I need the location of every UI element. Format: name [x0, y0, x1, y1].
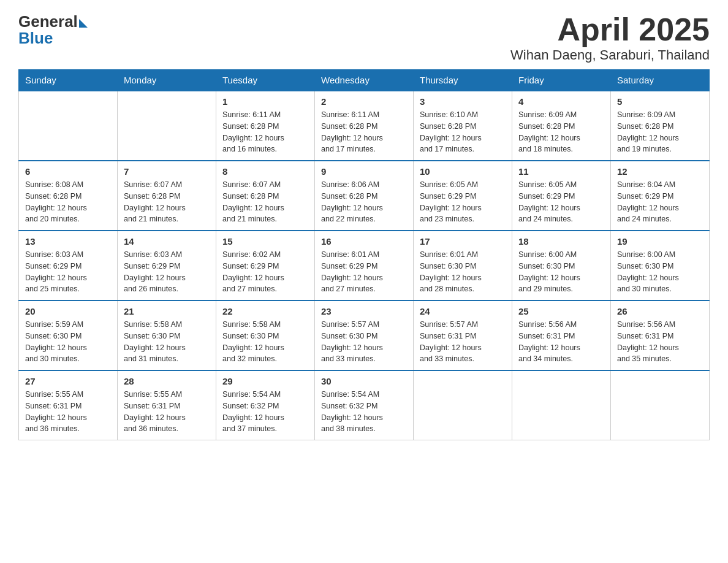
day-number: 13 — [25, 236, 111, 247]
calendar-cell: 23Sunrise: 5:57 AM Sunset: 6:30 PM Dayli… — [315, 301, 414, 370]
day-info: Sunrise: 6:08 AM Sunset: 6:28 PM Dayligh… — [25, 179, 111, 225]
day-info: Sunrise: 6:10 AM Sunset: 6:28 PM Dayligh… — [420, 109, 506, 155]
day-number: 20 — [25, 306, 111, 316]
calendar-cell: 2Sunrise: 6:11 AM Sunset: 6:28 PM Daylig… — [315, 91, 414, 161]
calendar-cell: 28Sunrise: 5:55 AM Sunset: 6:31 PM Dayli… — [118, 370, 216, 440]
calendar-day-header: Friday — [512, 70, 611, 91]
day-number: 24 — [420, 306, 506, 316]
day-info: Sunrise: 5:54 AM Sunset: 6:32 PM Dayligh… — [222, 389, 308, 435]
day-number: 29 — [222, 376, 308, 386]
calendar-cell: 3Sunrise: 6:10 AM Sunset: 6:28 PM Daylig… — [414, 91, 512, 161]
calendar-cell: 6Sunrise: 6:08 AM Sunset: 6:28 PM Daylig… — [19, 161, 118, 231]
calendar-cell: 16Sunrise: 6:01 AM Sunset: 6:29 PM Dayli… — [315, 231, 414, 301]
day-info: Sunrise: 6:05 AM Sunset: 6:29 PM Dayligh… — [420, 179, 506, 225]
day-info: Sunrise: 5:56 AM Sunset: 6:31 PM Dayligh… — [518, 319, 604, 365]
calendar-cell: 19Sunrise: 6:00 AM Sunset: 6:30 PM Dayli… — [611, 231, 710, 301]
day-number: 30 — [321, 376, 407, 386]
logo: General Blue — [18, 12, 88, 48]
day-info: Sunrise: 6:11 AM Sunset: 6:28 PM Dayligh… — [222, 109, 308, 155]
day-info: Sunrise: 5:59 AM Sunset: 6:30 PM Dayligh… — [25, 319, 111, 365]
calendar-cell: 25Sunrise: 5:56 AM Sunset: 6:31 PM Dayli… — [512, 301, 611, 370]
day-number: 8 — [222, 166, 308, 177]
day-info: Sunrise: 6:02 AM Sunset: 6:29 PM Dayligh… — [222, 249, 308, 295]
calendar-cell: 13Sunrise: 6:03 AM Sunset: 6:29 PM Dayli… — [19, 231, 118, 301]
title-block: April 2025 Wihan Daeng, Saraburi, Thaila… — [510, 12, 710, 63]
calendar-cell: 26Sunrise: 5:56 AM Sunset: 6:31 PM Dayli… — [611, 301, 710, 370]
calendar-cell: 8Sunrise: 6:07 AM Sunset: 6:28 PM Daylig… — [216, 161, 315, 231]
calendar-cell: 27Sunrise: 5:55 AM Sunset: 6:31 PM Dayli… — [19, 370, 118, 440]
calendar-cell: 5Sunrise: 6:09 AM Sunset: 6:28 PM Daylig… — [611, 91, 710, 161]
calendar-week-row: 13Sunrise: 6:03 AM Sunset: 6:29 PM Dayli… — [19, 231, 710, 301]
day-info: Sunrise: 5:56 AM Sunset: 6:31 PM Dayligh… — [617, 319, 703, 365]
day-info: Sunrise: 6:01 AM Sunset: 6:29 PM Dayligh… — [321, 249, 407, 295]
day-number: 3 — [420, 96, 506, 107]
calendar-cell: 29Sunrise: 5:54 AM Sunset: 6:32 PM Dayli… — [216, 370, 315, 440]
page-title: April 2025 — [510, 12, 710, 47]
calendar-cell: 21Sunrise: 5:58 AM Sunset: 6:30 PM Dayli… — [118, 301, 216, 370]
calendar-cell: 10Sunrise: 6:05 AM Sunset: 6:29 PM Dayli… — [414, 161, 512, 231]
day-number: 15 — [222, 236, 308, 247]
day-info: Sunrise: 6:00 AM Sunset: 6:30 PM Dayligh… — [518, 249, 604, 295]
day-info: Sunrise: 6:00 AM Sunset: 6:30 PM Dayligh… — [617, 249, 703, 295]
calendar-cell: 1Sunrise: 6:11 AM Sunset: 6:28 PM Daylig… — [216, 91, 315, 161]
day-number: 7 — [124, 166, 210, 177]
calendar-cell: 4Sunrise: 6:09 AM Sunset: 6:28 PM Daylig… — [512, 91, 611, 161]
day-info: Sunrise: 6:03 AM Sunset: 6:29 PM Dayligh… — [124, 249, 210, 295]
calendar-cell: 9Sunrise: 6:06 AM Sunset: 6:28 PM Daylig… — [315, 161, 414, 231]
calendar-cell: 15Sunrise: 6:02 AM Sunset: 6:29 PM Dayli… — [216, 231, 315, 301]
calendar-cell: 14Sunrise: 6:03 AM Sunset: 6:29 PM Dayli… — [118, 231, 216, 301]
day-info: Sunrise: 6:09 AM Sunset: 6:28 PM Dayligh… — [617, 109, 703, 155]
day-info: Sunrise: 5:54 AM Sunset: 6:32 PM Dayligh… — [321, 389, 407, 435]
day-number: 14 — [124, 236, 210, 247]
calendar-cell — [19, 91, 118, 161]
calendar-cell: 12Sunrise: 6:04 AM Sunset: 6:29 PM Dayli… — [611, 161, 710, 231]
calendar-cell — [611, 370, 710, 440]
day-number: 5 — [617, 96, 703, 107]
day-number: 23 — [321, 306, 407, 316]
day-number: 28 — [124, 376, 210, 386]
day-number: 19 — [617, 236, 703, 247]
day-info: Sunrise: 5:55 AM Sunset: 6:31 PM Dayligh… — [25, 389, 111, 435]
day-number: 10 — [420, 166, 506, 177]
calendar-day-header: Tuesday — [216, 70, 315, 91]
day-info: Sunrise: 5:58 AM Sunset: 6:30 PM Dayligh… — [222, 319, 308, 365]
day-number: 9 — [321, 166, 407, 177]
calendar-table: SundayMondayTuesdayWednesdayThursdayFrid… — [18, 69, 710, 440]
calendar-week-row: 27Sunrise: 5:55 AM Sunset: 6:31 PM Dayli… — [19, 370, 710, 440]
calendar-day-header: Saturday — [611, 70, 710, 91]
calendar-cell: 11Sunrise: 6:05 AM Sunset: 6:29 PM Dayli… — [512, 161, 611, 231]
day-number: 27 — [25, 376, 111, 386]
day-info: Sunrise: 6:09 AM Sunset: 6:28 PM Dayligh… — [518, 109, 604, 155]
calendar-week-row: 20Sunrise: 5:59 AM Sunset: 6:30 PM Dayli… — [19, 301, 710, 370]
day-number: 18 — [518, 236, 604, 247]
calendar-header-row: SundayMondayTuesdayWednesdayThursdayFrid… — [19, 70, 710, 91]
day-info: Sunrise: 6:11 AM Sunset: 6:28 PM Dayligh… — [321, 109, 407, 155]
calendar-day-header: Sunday — [19, 70, 118, 91]
day-number: 12 — [617, 166, 703, 177]
day-number: 26 — [617, 306, 703, 316]
calendar-cell: 22Sunrise: 5:58 AM Sunset: 6:30 PM Dayli… — [216, 301, 315, 370]
day-number: 2 — [321, 96, 407, 107]
day-info: Sunrise: 6:01 AM Sunset: 6:30 PM Dayligh… — [420, 249, 506, 295]
calendar-day-header: Monday — [118, 70, 216, 91]
day-number: 16 — [321, 236, 407, 247]
calendar-cell: 20Sunrise: 5:59 AM Sunset: 6:30 PM Dayli… — [19, 301, 118, 370]
calendar-cell: 30Sunrise: 5:54 AM Sunset: 6:32 PM Dayli… — [315, 370, 414, 440]
logo-triangle-icon — [79, 19, 88, 28]
calendar-cell: 24Sunrise: 5:57 AM Sunset: 6:31 PM Dayli… — [414, 301, 512, 370]
day-number: 25 — [518, 306, 604, 316]
day-info: Sunrise: 6:03 AM Sunset: 6:29 PM Dayligh… — [25, 249, 111, 295]
day-info: Sunrise: 5:57 AM Sunset: 6:31 PM Dayligh… — [420, 319, 506, 365]
calendar-cell — [414, 370, 512, 440]
day-info: Sunrise: 6:04 AM Sunset: 6:29 PM Dayligh… — [617, 179, 703, 225]
calendar-week-row: 6Sunrise: 6:08 AM Sunset: 6:28 PM Daylig… — [19, 161, 710, 231]
day-info: Sunrise: 6:05 AM Sunset: 6:29 PM Dayligh… — [518, 179, 604, 225]
logo-blue-text: Blue — [18, 29, 53, 48]
calendar-cell: 17Sunrise: 6:01 AM Sunset: 6:30 PM Dayli… — [414, 231, 512, 301]
day-number: 17 — [420, 236, 506, 247]
day-info: Sunrise: 6:07 AM Sunset: 6:28 PM Dayligh… — [222, 179, 308, 225]
day-number: 4 — [518, 96, 604, 107]
page-header: General Blue April 2025 Wihan Daeng, Sar… — [18, 12, 710, 63]
day-number: 11 — [518, 166, 604, 177]
calendar-cell: 18Sunrise: 6:00 AM Sunset: 6:30 PM Dayli… — [512, 231, 611, 301]
